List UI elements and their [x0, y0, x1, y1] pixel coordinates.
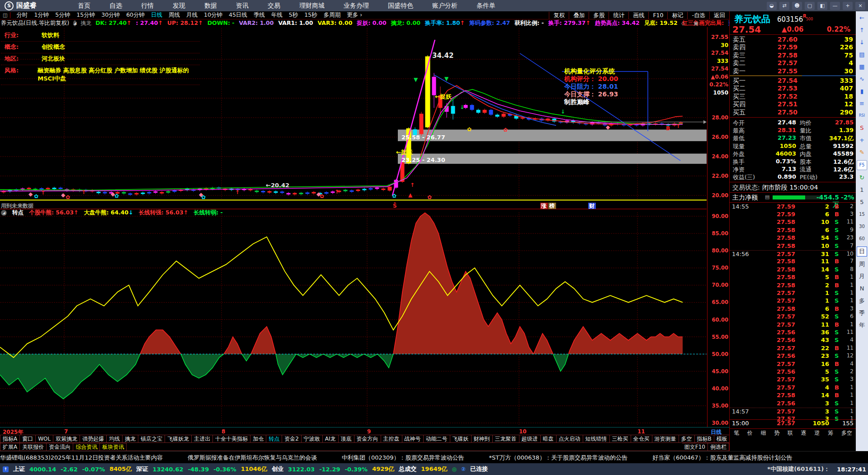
indicator-tab-多空[interactable]: 多空 [679, 435, 695, 443]
period-multi[interactable]: 多 [857, 296, 867, 305]
indicator-tab-暗盘[interactable]: 暗盘 [541, 435, 557, 443]
menu-item-数据[interactable]: 数据 [195, 0, 226, 11]
tape-mode-tab-多空[interactable]: 多空 [841, 429, 852, 437]
timeframe-15秒[interactable]: 15秒 [301, 11, 320, 19]
indicator-tab-三龙聚首[interactable]: 三龙聚首 [493, 435, 519, 443]
indicator-tab-主进出[interactable]: 主进出 [192, 435, 213, 443]
minimize-icon[interactable]: — [830, 2, 840, 10]
tab-图文F10[interactable]: 图文F10 [682, 443, 708, 451]
menu-item-账户分析[interactable]: 账户分析 [423, 0, 467, 11]
market-icon[interactable]: ↑ [3, 466, 9, 472]
user-icon[interactable]: ☻ [792, 2, 802, 10]
timeframe-45日线[interactable]: 45日线 [226, 11, 250, 19]
indicator-tab-超级进[interactable]: 超级进 [519, 435, 541, 443]
close-icon[interactable]: × [855, 2, 865, 10]
tape-mode-tab-笔[interactable]: 笔 [734, 429, 739, 437]
message-icon[interactable]: ◒ [767, 2, 777, 10]
news-item[interactable]: 中利集团（002309）：股票交易异常波动公告 [342, 454, 464, 462]
menu-item-发现[interactable]: 发现 [163, 0, 195, 11]
indicator-tab-资金方向[interactable]: 资金方向 [354, 435, 381, 443]
table-icon[interactable]: ▦ [857, 62, 867, 71]
period-week[interactable]: 周 [857, 260, 867, 269]
tape-mode-tab-势[interactable]: 势 [774, 429, 779, 437]
tab-例选栏[interactable]: 例选栏 [708, 443, 729, 451]
indicator-tab-全仓买[interactable]: 全仓买 [631, 435, 652, 443]
maximize-icon[interactable]: + [843, 2, 853, 10]
tape-mode-tab-逆[interactable]: 逆 [814, 429, 820, 437]
extension-tab-资金流向[interactable]: 资金流向 [47, 443, 73, 451]
news-item[interactable]: 华盛锂电(688353)2025年11月12日投资者关系活动主要内容 [0, 454, 163, 462]
extension-tab-板块资讯[interactable]: 板块资讯 [100, 443, 127, 451]
indicator-tab-资金2[interactable]: 资金2 [282, 435, 302, 443]
menu-item-国盛特色[interactable]: 国盛特色 [378, 0, 423, 11]
indicator-tab-主控盘[interactable]: 主控盘 [381, 435, 402, 443]
kline-chart[interactable]: Ŝ涨榜财↑↑↑↑↑↑◆◆◆◆◆◆✿✿✿✿✿✿✿✿✿▲▼▼↓↓B34.42←捉妖←… [0, 27, 707, 427]
timeframe-5秒[interactable]: 5秒 [286, 11, 301, 19]
indicator-tab-指标A[interactable]: 指标A [0, 435, 20, 443]
extension-tab-关联报价[interactable]: 关联报价 [20, 443, 47, 451]
toolbar-btn-统计[interactable]: 统计 [609, 12, 628, 19]
menu-item-业务办理[interactable]: 业务办理 [334, 0, 378, 11]
indicator-tab-飞碟妖龙[interactable]: 飞碟妖龙 [165, 435, 192, 443]
period-n[interactable]: N [857, 284, 867, 293]
timeframe-年线[interactable]: 年线 [268, 11, 286, 19]
tape-mode-tab-逐[interactable]: 逐 [801, 429, 807, 437]
toolbar-btn-多股[interactable]: 多股 [589, 12, 609, 19]
timeframe-15分钟[interactable]: 15分钟 [73, 11, 98, 19]
timeframe-月线[interactable]: 月线 [183, 11, 201, 19]
toolbar-btn-F10[interactable]: F10 [648, 12, 667, 19]
down-icon[interactable]: ↓ [857, 38, 867, 47]
collapse-icon[interactable]: ◢ [73, 20, 76, 26]
timeframe-1分钟[interactable]: 1分钟 [31, 11, 52, 19]
indicator-tab-短线猎情[interactable]: 短线猎情 [583, 435, 610, 443]
indicator-tab-财神到[interactable]: 财神到 [472, 435, 493, 443]
panel-toggle-icon[interactable]: ◫ [3, 12, 10, 18]
timeframe-5分钟[interactable]: 5分钟 [52, 11, 73, 19]
chart-header-icons[interactable]: ◇ ▣ [681, 20, 702, 26]
indicator-tab-加仓[interactable]: 加仓 [250, 435, 266, 443]
timeframe-30分钟[interactable]: 30分钟 [98, 11, 123, 19]
toolbar-btn-标记[interactable]: 标记 [667, 12, 687, 19]
toolbar-btn-画线[interactable]: 画线 [628, 12, 648, 19]
news-item[interactable]: 俄罗斯据报准备在伊斯坦布尔恢复与乌克兰的会谈 [188, 454, 317, 462]
refresh-icon[interactable]: ↻ [857, 173, 867, 182]
news-icon[interactable]: ≡ [857, 99, 867, 108]
indicator-tab-三枪买[interactable]: 三枪买 [610, 435, 631, 443]
news-item[interactable]: *ST万方（000638）：关于股票交易异常波动的公告 [489, 454, 627, 462]
indicator-tab-AI龙[interactable]: AI龙 [323, 435, 339, 443]
indicator-tab-十全十美指标[interactable]: 十全十美指标 [213, 435, 250, 443]
theme-icon[interactable]: ◧ [817, 2, 827, 10]
indicator-tab-镇店之宝[interactable]: 镇店之宝 [138, 435, 165, 443]
period-30[interactable]: 30 [857, 222, 867, 231]
indicator-tab-游资测量[interactable]: 游资测量 [652, 435, 679, 443]
period-5[interactable]: 5 [857, 198, 867, 207]
menu-item-交易[interactable]: 交易 [258, 0, 290, 11]
menu-item-自选[interactable]: 自选 [100, 0, 132, 11]
indicator-tab-转点[interactable]: 转点 [266, 435, 282, 443]
menu-item-资讯[interactable]: 资讯 [226, 0, 258, 11]
tape-mode-tab-筹[interactable]: 筹 [828, 429, 833, 437]
transfer-icon[interactable]: ⇄ [779, 2, 789, 10]
indicator-tab-动能二号[interactable]: 动能二号 [424, 435, 450, 443]
signal-s-icon[interactable]: S [857, 124, 867, 133]
menu-item-条件单[interactable]: 条件单 [467, 0, 505, 11]
monitor-icon[interactable]: ▢ [805, 2, 815, 10]
target-icon[interactable]: ◎ [452, 466, 457, 472]
toolbar-btn-复权[interactable]: 复权 [549, 12, 569, 19]
timeframe-季线[interactable]: 季线 [250, 11, 268, 19]
draw-pencil-icon[interactable]: ✎ [857, 148, 867, 157]
indicator-tab-顶底[interactable]: 顶底 [339, 435, 354, 443]
period-quarter[interactable]: 季 [857, 309, 867, 318]
timeframe-更多 ›[interactable]: 更多 › [344, 11, 365, 19]
badge-icon[interactable]: ② [461, 466, 466, 472]
indicator-tab-双紫擒龙[interactable]: 双紫擒龙 [53, 435, 80, 443]
report-icon[interactable]: ▤ [857, 50, 867, 59]
tape-mode-tab-价[interactable]: 价 [747, 429, 753, 437]
indicator-tab-强势起爆[interactable]: 强势起爆 [80, 435, 107, 443]
move-icon[interactable]: + [857, 136, 867, 145]
news-item[interactable]: 好当家（600467）：股东及董监高减持股份计划公告 [652, 454, 793, 462]
indicator-tab-战神号[interactable]: 战神号 [402, 435, 424, 443]
indicator-tab-宁波敢[interactable]: 宁波敢 [302, 435, 323, 443]
indicator-tab-飞碟妖[interactable]: 飞碟妖 [450, 435, 472, 443]
timeframe-10分钟[interactable]: 10分钟 [201, 11, 226, 19]
